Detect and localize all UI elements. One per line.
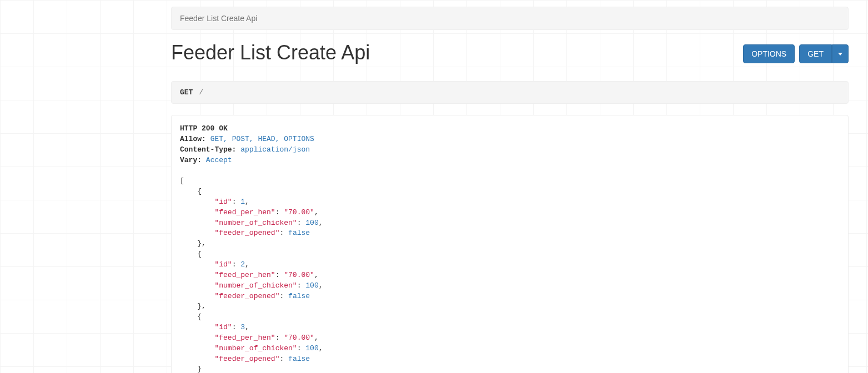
get-button[interactable]: GET	[799, 44, 832, 63]
options-button[interactable]: OPTIONS	[743, 44, 795, 63]
page-header: Feeder List Create Api OPTIONS GET	[171, 41, 849, 70]
response-body: HTTP 200 OK Allow: GET, POST, HEAD, OPTI…	[171, 115, 849, 373]
request-method: GET	[180, 88, 193, 97]
page-title: Feeder List Create Api	[171, 41, 370, 64]
breadcrumb-item[interactable]: Feeder List Create Api	[180, 14, 257, 23]
get-button-group: GET	[799, 44, 849, 63]
request-path: /	[199, 88, 203, 97]
get-dropdown-toggle[interactable]	[832, 44, 849, 63]
chevron-down-icon	[838, 53, 842, 56]
breadcrumb: Feeder List Create Api	[171, 7, 849, 30]
action-buttons: OPTIONS GET	[743, 44, 849, 63]
request-info: GET /	[171, 81, 849, 104]
